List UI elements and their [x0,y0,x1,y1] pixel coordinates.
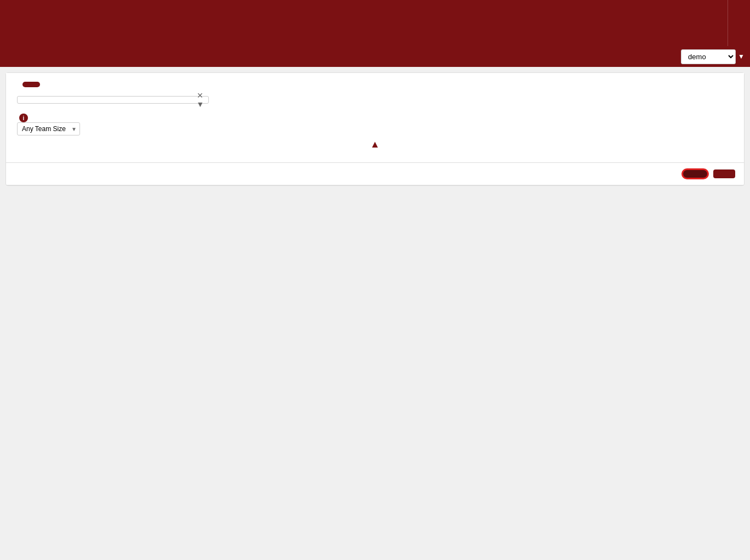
demo-selector[interactable]: demo live ▼ [681,49,745,64]
top-navigation [0,0,750,46]
open-bidding-button[interactable] [22,82,40,87]
team-size-row: i Any Team Size 12345 [17,114,209,135]
demo-select-input[interactable]: demo live [681,49,736,64]
main-content: ✕ ▼ i Any Team Size 12345 [5,72,745,186]
team-size-select-wrapper[interactable]: Any Team Size 12345 [17,122,80,135]
university-logo [728,0,750,46]
sub-navigation: demo live ▼ [0,46,750,67]
bid-source-box: ✕ ▼ [17,96,209,104]
smart-match-button[interactable] [681,168,709,179]
finalize-teams-button[interactable] [713,169,735,178]
team-size-label: i [17,114,80,122]
bid-source-controls: ✕ ▼ [195,92,205,108]
bid-sources-col: ✕ ▼ i Any Team Size 12345 [17,82,209,135]
team-size-select[interactable]: Any Team Size 12345 [17,122,80,135]
action-bar [6,163,744,185]
team-size-info-icon[interactable]: i [19,114,28,122]
clear-bids-button[interactable]: ✕ [195,92,205,99]
team-size-col: i Any Team Size 12345 [17,114,80,135]
filter-row: ✕ ▼ i Any Team Size 12345 [17,82,733,135]
filter-section: ✕ ▼ i Any Team Size 12345 [6,73,744,163]
expand-bids-button[interactable]: ▼ [195,100,205,108]
bid-sources-header [17,82,209,87]
user-menu [706,0,728,46]
collapse-button[interactable]: ▲ [17,135,733,154]
